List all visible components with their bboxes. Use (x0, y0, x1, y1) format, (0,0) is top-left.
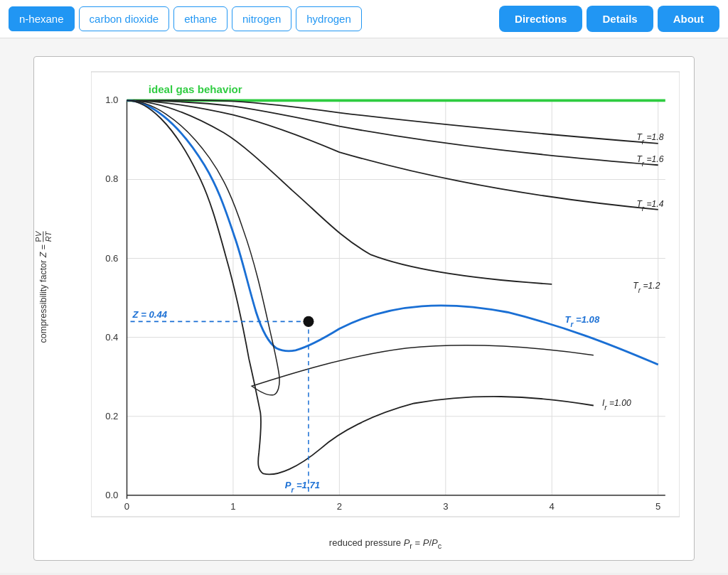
svg-text:0.4: 0.4 (105, 332, 118, 343)
svg-text:4: 4 (550, 501, 555, 512)
y-axis-label: compressibility factor Z = PVRT (34, 232, 53, 343)
svg-text:0.2: 0.2 (105, 411, 118, 421)
chart-box: compressibility factor Z = PVRT reduced … (33, 56, 695, 561)
svg-text:0.8: 0.8 (105, 173, 118, 184)
svg-text:3: 3 (443, 501, 448, 512)
tab-carbon-dioxide[interactable]: carbon dioxide (79, 6, 170, 31)
svg-text:2: 2 (337, 501, 342, 512)
svg-text:1.0: 1.0 (105, 95, 118, 105)
tab-n-hexane[interactable]: n-hexane (9, 6, 75, 31)
tab-nitrogen[interactable]: nitrogen (232, 6, 291, 31)
svg-text:1: 1 (230, 501, 235, 512)
svg-text:0: 0 (124, 501, 129, 512)
directions-button[interactable]: Directions (499, 6, 582, 32)
chart-area: compressibility factor Z = PVRT reduced … (0, 38, 728, 573)
svg-text:0.6: 0.6 (105, 253, 118, 264)
svg-point-39 (304, 316, 314, 326)
svg-text:5: 5 (655, 501, 660, 512)
details-button[interactable]: Details (587, 6, 653, 32)
about-button[interactable]: About (658, 6, 719, 32)
chart-svg: 0.0 0.2 0.4 0.6 0.8 1.0 0 1 2 3 4 5 idea… (91, 71, 680, 517)
svg-text:0.0: 0.0 (105, 490, 118, 500)
svg-text:ideal gas behavior: ideal gas behavior (149, 83, 242, 95)
tab-hydrogen[interactable]: hydrogen (296, 6, 362, 31)
tab-ethane[interactable]: ethane (173, 6, 228, 31)
svg-text:Z = 0.44: Z = 0.44 (132, 309, 168, 320)
x-axis-label: reduced pressure Pr = P/Pc (329, 537, 441, 548)
header: n-hexane carbon dioxide ethane nitrogen … (0, 0, 728, 38)
